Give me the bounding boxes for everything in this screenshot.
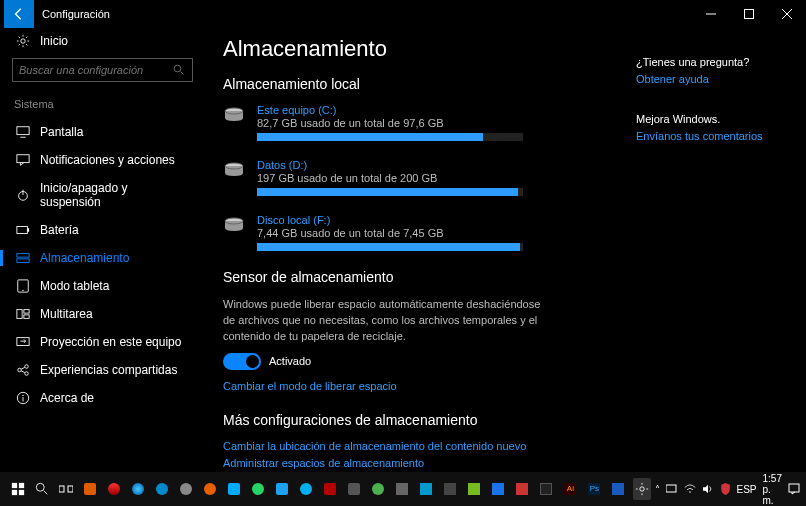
close-button[interactable] [768, 0, 806, 28]
sidebar-item-modo-tableta[interactable]: Modo tableta [12, 272, 193, 300]
minimize-button[interactable] [692, 0, 730, 28]
app-icon[interactable] [129, 478, 147, 500]
more-settings-link[interactable]: Administrar espacios de almacenamiento [223, 457, 618, 469]
app-icon[interactable] [369, 478, 387, 500]
more-settings-link[interactable]: Cambiar la ubicación de almacenamiento d… [223, 440, 618, 452]
improve-label: Mejora Windows. [636, 113, 792, 125]
sidebar-item-inicio-apagado-y-suspensi-n[interactable]: Inicio/apagado y suspensión [12, 174, 193, 216]
titlebar: Configuración [0, 0, 806, 28]
app-icon[interactable] [537, 478, 555, 500]
app-icon[interactable] [393, 478, 411, 500]
nav-label: Modo tableta [40, 279, 109, 293]
search-input[interactable] [19, 64, 172, 76]
app-icon[interactable] [465, 478, 483, 500]
sidebar-item-notificaciones-y-acciones[interactable]: Notificaciones y acciones [12, 146, 193, 174]
sidebar-item-almacenamiento[interactable]: Almacenamiento [12, 244, 193, 272]
app-icon[interactable] [441, 478, 459, 500]
search-box[interactable] [12, 58, 193, 82]
settings-taskbar-icon[interactable] [633, 478, 651, 500]
app-icon[interactable] [105, 478, 123, 500]
app-icon[interactable] [273, 478, 291, 500]
drive-usage: 197 GB usado de un total de 200 GB [257, 172, 523, 184]
sidebar-item-experiencias-compartidas[interactable]: Experiencias compartidas [12, 356, 193, 384]
tablet-icon [16, 279, 30, 293]
svg-rect-35 [19, 490, 24, 495]
tray-chevron-icon[interactable]: ˄ [655, 484, 660, 495]
category-label: Sistema [14, 98, 191, 110]
drive-row[interactable]: Datos (D:)197 GB usado de un total de 20… [223, 159, 523, 196]
drive-row[interactable]: Este equipo (C:)82,7 GB usado de un tota… [223, 104, 523, 141]
nav-label: Pantalla [40, 125, 83, 139]
app-icon[interactable] [153, 478, 171, 500]
change-free-space-link[interactable]: Cambiar el modo de liberar espacio [223, 380, 618, 392]
svg-point-40 [640, 487, 644, 491]
nav-label: Notificaciones y acciones [40, 153, 175, 167]
app-icon[interactable] [345, 478, 363, 500]
home-button[interactable]: Inicio [12, 28, 193, 58]
sidebar-item-multitarea[interactable]: Multitarea [12, 300, 193, 328]
question-label: ¿Tienes una pregunta? [636, 56, 792, 68]
tray-icon[interactable] [666, 484, 678, 494]
app-icon[interactable] [81, 478, 99, 500]
gear-icon [16, 34, 30, 48]
taskbar: Ai Ps ˄ ESP 1:57 p. m. [0, 472, 806, 506]
system-tray[interactable]: ˄ ESP 1:57 p. m. [655, 473, 800, 506]
svg-rect-39 [68, 486, 73, 492]
volume-icon[interactable] [702, 484, 714, 494]
sidebar-item-proyecci-n-en-este-equipo[interactable]: Proyección en este equipo [12, 328, 193, 356]
drive-usage: 82,7 GB usado de un total de 97,6 GB [257, 117, 523, 129]
app-icon[interactable] [489, 478, 507, 500]
search-taskbar-icon[interactable] [33, 478, 51, 500]
sidebar-item-bater-a[interactable]: Batería [12, 216, 193, 244]
maximize-button[interactable] [730, 0, 768, 28]
get-help-link[interactable]: Obtener ayuda [636, 73, 792, 85]
app-icon[interactable]: Ps [585, 478, 603, 500]
app-icon[interactable] [609, 478, 627, 500]
back-button[interactable] [4, 0, 34, 28]
taskview-icon[interactable] [57, 478, 75, 500]
nav-label: Proyección en este equipo [40, 335, 181, 349]
svg-rect-17 [24, 310, 29, 314]
feedback-link[interactable]: Envíanos tus comentarios [636, 130, 792, 142]
svg-point-15 [22, 290, 23, 291]
svg-rect-12 [17, 254, 29, 258]
shield-icon[interactable] [720, 483, 731, 495]
power-icon [16, 188, 30, 202]
drive-name: Datos (D:) [257, 159, 523, 171]
storage-sense-toggle[interactable]: Activado [223, 353, 618, 370]
svg-rect-43 [789, 484, 799, 492]
app-icon[interactable] [201, 478, 219, 500]
sidebar-item-pantalla[interactable]: Pantalla [12, 118, 193, 146]
app-icon[interactable] [321, 478, 339, 500]
app-icon[interactable] [297, 478, 315, 500]
app-icon[interactable] [225, 478, 243, 500]
multitask-icon [16, 307, 30, 321]
info-icon [16, 391, 30, 405]
drive-row[interactable]: Disco local (F:)7,44 GB usado de un tota… [223, 214, 523, 251]
storage-icon [16, 251, 30, 265]
svg-point-42 [689, 491, 691, 493]
app-icon[interactable] [249, 478, 267, 500]
search-icon [172, 63, 186, 77]
start-button[interactable] [9, 478, 27, 500]
app-icon[interactable] [513, 478, 531, 500]
svg-rect-38 [59, 486, 64, 492]
language-indicator[interactable]: ESP [737, 484, 757, 495]
display-icon [16, 125, 30, 139]
nav-label: Inicio/apagado y suspensión [40, 181, 189, 209]
app-icon[interactable] [417, 478, 435, 500]
wifi-icon[interactable] [684, 484, 696, 494]
main-content: Almacenamiento Almacenamiento local Este… [205, 28, 636, 472]
nav-label: Acerca de [40, 391, 94, 405]
svg-point-20 [18, 368, 22, 372]
storage-sense-description: Windows puede liberar espacio automática… [223, 297, 553, 345]
app-icon[interactable]: Ai [561, 478, 579, 500]
sidebar-item-acerca-de[interactable]: Acerca de [12, 384, 193, 412]
section-more-settings: Más configuraciones de almacenamiento [223, 412, 618, 428]
svg-rect-34 [12, 490, 17, 495]
app-icon[interactable] [177, 478, 195, 500]
clock[interactable]: 1:57 p. m. [763, 473, 782, 506]
nav-label: Multitarea [40, 307, 93, 321]
battery-icon [16, 223, 30, 237]
action-center-icon[interactable] [788, 483, 800, 495]
